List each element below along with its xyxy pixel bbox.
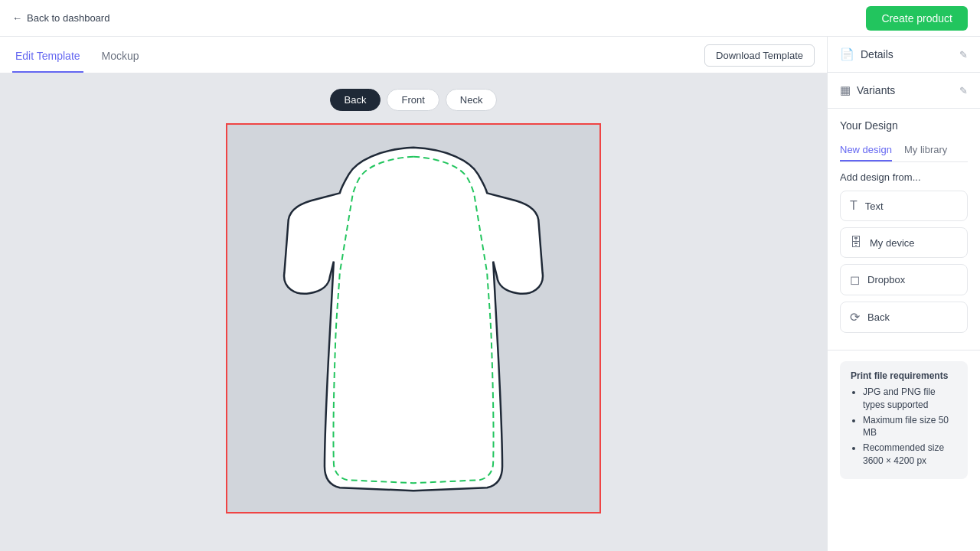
create-product-button[interactable]: Create product bbox=[866, 6, 968, 31]
sub-tab-my-library[interactable]: My library bbox=[904, 139, 947, 161]
design-option-dropbox[interactable]: ◻ Dropbox bbox=[840, 264, 968, 295]
variants-label: Variants bbox=[857, 84, 895, 96]
variants-label-group: ▦ Variants bbox=[840, 83, 895, 97]
text-option-label: Text bbox=[865, 201, 884, 212]
canvas-wrapper bbox=[226, 123, 601, 514]
requirements-box: Print file requirements JPG and PNG file… bbox=[840, 361, 968, 479]
canvas-area: Back Front Neck bbox=[0, 73, 827, 551]
editor-area: Edit Template Mockup Download Template B… bbox=[0, 37, 827, 551]
requirement-item-1: Maximum file size 50 MB bbox=[863, 414, 957, 440]
view-tab-back[interactable]: Back bbox=[330, 89, 381, 111]
details-label-group: 📄 Details bbox=[840, 47, 893, 61]
my-device-option-label: My device bbox=[870, 237, 915, 249]
design-sub-tabs: New design My library bbox=[840, 139, 968, 162]
details-edit-icon[interactable]: ✎ bbox=[959, 49, 968, 60]
dropbox-option-label: Dropbox bbox=[867, 274, 905, 285]
device-icon: 🗄 bbox=[850, 236, 862, 249]
variants-edit-icon[interactable]: ✎ bbox=[959, 85, 968, 96]
text-icon: T bbox=[850, 199, 858, 213]
variants-icon: ▦ bbox=[840, 83, 851, 97]
tab-bar: Edit Template Mockup Download Template bbox=[0, 37, 827, 73]
back-option-icon: ⟳ bbox=[850, 310, 860, 324]
top-nav: ← Back to dashboard Create product bbox=[0, 0, 980, 37]
sidebar-details-row: 📄 Details ✎ bbox=[840, 47, 968, 61]
sidebar-variants-row: ▦ Variants ✎ bbox=[840, 83, 968, 97]
view-tab-front[interactable]: Front bbox=[387, 89, 439, 111]
download-template-button[interactable]: Download Template bbox=[704, 44, 815, 67]
right-sidebar: 📄 Details ✎ ▦ Variants ✎ Your Design New… bbox=[827, 37, 980, 551]
requirement-item-2: Recommended size 3600 × 4200 px bbox=[863, 442, 957, 468]
back-to-dashboard-link[interactable]: ← Back to dashboard bbox=[12, 12, 109, 24]
requirement-item-0: JPG and PNG file types supported bbox=[863, 386, 957, 412]
tab-bar-left: Edit Template Mockup bbox=[12, 41, 158, 73]
view-tab-neck[interactable]: Neck bbox=[446, 89, 498, 111]
back-label: Back to dashboard bbox=[27, 12, 109, 24]
design-option-text[interactable]: T Text bbox=[840, 191, 968, 221]
sidebar-your-design-section: Your Design New design My library Add de… bbox=[828, 109, 980, 350]
your-design-title: Your Design bbox=[840, 119, 968, 132]
design-option-back[interactable]: ⟳ Back bbox=[840, 302, 968, 333]
garment-svg bbox=[227, 125, 599, 512]
main-layout: Edit Template Mockup Download Template B… bbox=[0, 37, 980, 551]
view-tabs: Back Front Neck bbox=[330, 89, 498, 111]
tab-edit-template[interactable]: Edit Template bbox=[12, 41, 83, 73]
back-option-label: Back bbox=[867, 311, 890, 323]
sidebar-variants-section: ▦ Variants ✎ bbox=[828, 73, 980, 109]
details-label: Details bbox=[861, 48, 893, 60]
dropbox-icon: ◻ bbox=[850, 272, 860, 287]
requirements-list: JPG and PNG file types supported Maximum… bbox=[851, 386, 957, 468]
sidebar-details-section: 📄 Details ✎ bbox=[828, 37, 980, 73]
tab-mockup[interactable]: Mockup bbox=[99, 41, 142, 73]
details-file-icon: 📄 bbox=[840, 47, 854, 61]
requirements-title: Print file requirements bbox=[851, 370, 957, 381]
back-arrow-icon: ← bbox=[12, 12, 22, 24]
design-option-my-device[interactable]: 🗄 My device bbox=[840, 227, 968, 258]
add-design-label: Add design from... bbox=[840, 171, 968, 183]
sub-tab-new-design[interactable]: New design bbox=[840, 139, 892, 161]
